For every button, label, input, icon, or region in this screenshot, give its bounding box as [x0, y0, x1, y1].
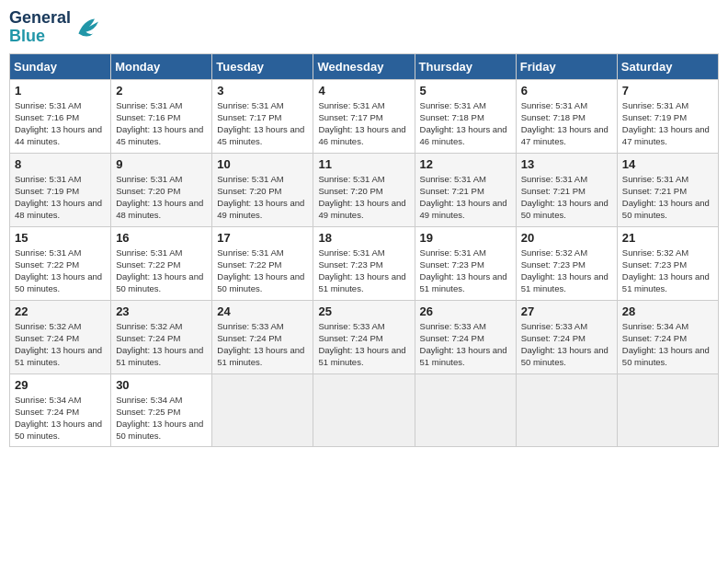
day-info: Sunrise: 5:31 AM Sunset: 7:20 PM Dayligh… [217, 173, 308, 222]
daylight-label: Daylight: 13 hours and 51 minutes. [15, 345, 102, 367]
day-number: 21 [622, 231, 713, 245]
calendar-week-row: 22 Sunrise: 5:32 AM Sunset: 7:24 PM Dayl… [10, 300, 719, 373]
day-info: Sunrise: 5:31 AM Sunset: 7:19 PM Dayligh… [622, 99, 713, 148]
daylight-label: Daylight: 13 hours and 51 minutes. [420, 271, 507, 293]
day-number: 30 [116, 378, 207, 392]
sunset-label: Sunset: 7:25 PM [116, 407, 180, 417]
daylight-label: Daylight: 13 hours and 47 minutes. [622, 124, 710, 146]
sunrise-label: Sunrise: 5:32 AM [15, 321, 81, 331]
day-number: 8 [15, 157, 106, 171]
sunrise-label: Sunrise: 5:31 AM [116, 174, 182, 184]
daylight-label: Daylight: 13 hours and 51 minutes. [622, 271, 710, 293]
column-header-saturday: Saturday [617, 53, 718, 79]
day-number: 26 [420, 304, 511, 318]
daylight-label: Daylight: 13 hours and 51 minutes. [116, 345, 203, 367]
sunset-label: Sunset: 7:21 PM [420, 186, 484, 196]
column-header-thursday: Thursday [415, 53, 516, 79]
sunset-label: Sunset: 7:24 PM [622, 333, 687, 343]
sunset-label: Sunset: 7:21 PM [521, 186, 586, 196]
day-info: Sunrise: 5:31 AM Sunset: 7:20 PM Dayligh… [318, 173, 409, 222]
calendar-cell: 11 Sunrise: 5:31 AM Sunset: 7:20 PM Dayl… [313, 153, 415, 226]
day-info: Sunrise: 5:31 AM Sunset: 7:18 PM Dayligh… [521, 99, 612, 148]
day-info: Sunrise: 5:31 AM Sunset: 7:21 PM Dayligh… [622, 173, 713, 222]
column-header-sunday: Sunday [10, 53, 111, 79]
daylight-label: Daylight: 13 hours and 51 minutes. [217, 345, 304, 367]
calendar-cell: 22 Sunrise: 5:32 AM Sunset: 7:24 PM Dayl… [10, 300, 111, 373]
sunset-label: Sunset: 7:21 PM [622, 186, 687, 196]
day-info: Sunrise: 5:31 AM Sunset: 7:17 PM Dayligh… [318, 99, 409, 148]
sunset-label: Sunset: 7:17 PM [217, 112, 281, 122]
sunrise-label: Sunrise: 5:31 AM [15, 100, 81, 110]
logo-icon [73, 13, 102, 42]
daylight-label: Daylight: 13 hours and 51 minutes. [318, 345, 405, 367]
calendar-cell: 25 Sunrise: 5:33 AM Sunset: 7:24 PM Dayl… [313, 300, 415, 373]
daylight-label: Daylight: 13 hours and 47 minutes. [521, 124, 609, 146]
sunrise-label: Sunrise: 5:31 AM [318, 247, 384, 258]
sunrise-label: Sunrise: 5:33 AM [217, 321, 283, 331]
daylight-label: Daylight: 13 hours and 50 minutes. [15, 271, 102, 293]
calendar-cell: 12 Sunrise: 5:31 AM Sunset: 7:21 PM Dayl… [415, 153, 516, 226]
sunset-label: Sunset: 7:24 PM [15, 333, 79, 343]
day-number: 5 [420, 84, 511, 98]
day-number: 2 [116, 84, 207, 98]
calendar-cell: 28 Sunrise: 5:34 AM Sunset: 7:24 PM Dayl… [617, 300, 718, 373]
calendar-cell: 14 Sunrise: 5:31 AM Sunset: 7:21 PM Dayl… [617, 153, 718, 226]
sunrise-label: Sunrise: 5:34 AM [116, 395, 182, 405]
logo-text: GeneralBlue [9, 9, 71, 46]
calendar-cell: 16 Sunrise: 5:31 AM Sunset: 7:22 PM Dayl… [111, 226, 212, 300]
sunrise-label: Sunrise: 5:31 AM [116, 100, 182, 110]
sunset-label: Sunset: 7:20 PM [318, 186, 382, 196]
calendar-cell: 15 Sunrise: 5:31 AM Sunset: 7:22 PM Dayl… [10, 226, 111, 300]
calendar-cell: 26 Sunrise: 5:33 AM Sunset: 7:24 PM Dayl… [415, 300, 516, 373]
daylight-label: Daylight: 13 hours and 46 minutes. [420, 124, 507, 146]
daylight-label: Daylight: 13 hours and 50 minutes. [622, 345, 710, 367]
day-number: 10 [217, 157, 308, 171]
sunrise-label: Sunrise: 5:31 AM [521, 174, 587, 184]
day-info: Sunrise: 5:33 AM Sunset: 7:24 PM Dayligh… [217, 320, 308, 369]
calendar-cell [313, 373, 415, 446]
sunrise-label: Sunrise: 5:31 AM [420, 174, 486, 184]
day-number: 23 [116, 304, 207, 318]
calendar-cell: 27 Sunrise: 5:33 AM Sunset: 7:24 PM Dayl… [516, 300, 617, 373]
day-number: 7 [622, 84, 713, 98]
day-info: Sunrise: 5:31 AM Sunset: 7:16 PM Dayligh… [15, 99, 106, 148]
daylight-label: Daylight: 13 hours and 49 minutes. [217, 198, 304, 220]
sunset-label: Sunset: 7:17 PM [318, 112, 382, 122]
sunrise-label: Sunrise: 5:31 AM [622, 174, 688, 184]
calendar-body: 1 Sunrise: 5:31 AM Sunset: 7:16 PM Dayli… [10, 79, 719, 446]
day-info: Sunrise: 5:31 AM Sunset: 7:16 PM Dayligh… [116, 99, 207, 148]
calendar-cell [415, 373, 516, 446]
sunrise-label: Sunrise: 5:31 AM [420, 247, 486, 258]
daylight-label: Daylight: 13 hours and 51 minutes. [420, 345, 507, 367]
sunset-label: Sunset: 7:23 PM [521, 259, 586, 270]
calendar-week-row: 29 Sunrise: 5:34 AM Sunset: 7:24 PM Dayl… [10, 373, 719, 446]
logo: GeneralBlue [9, 9, 102, 46]
column-header-wednesday: Wednesday [313, 53, 415, 79]
calendar-cell: 9 Sunrise: 5:31 AM Sunset: 7:20 PM Dayli… [111, 153, 212, 226]
daylight-label: Daylight: 13 hours and 50 minutes. [521, 345, 609, 367]
sunset-label: Sunset: 7:22 PM [15, 259, 79, 270]
sunset-label: Sunset: 7:20 PM [116, 186, 180, 196]
calendar-week-row: 1 Sunrise: 5:31 AM Sunset: 7:16 PM Dayli… [10, 79, 719, 153]
day-number: 15 [15, 231, 106, 245]
calendar-cell: 24 Sunrise: 5:33 AM Sunset: 7:24 PM Dayl… [212, 300, 313, 373]
sunrise-label: Sunrise: 5:32 AM [622, 247, 688, 258]
sunrise-label: Sunrise: 5:32 AM [521, 247, 587, 258]
day-number: 16 [116, 231, 207, 245]
daylight-label: Daylight: 13 hours and 51 minutes. [521, 271, 609, 293]
day-number: 12 [420, 157, 511, 171]
sunset-label: Sunset: 7:19 PM [622, 112, 687, 122]
daylight-label: Daylight: 13 hours and 50 minutes. [622, 198, 710, 220]
day-number: 20 [521, 231, 612, 245]
sunrise-label: Sunrise: 5:33 AM [420, 321, 486, 331]
column-header-tuesday: Tuesday [212, 53, 313, 79]
sunrise-label: Sunrise: 5:31 AM [318, 100, 384, 110]
day-info: Sunrise: 5:32 AM Sunset: 7:23 PM Dayligh… [521, 247, 612, 295]
day-number: 11 [318, 157, 409, 171]
calendar-cell: 5 Sunrise: 5:31 AM Sunset: 7:18 PM Dayli… [415, 79, 516, 153]
daylight-label: Daylight: 13 hours and 46 minutes. [318, 124, 405, 146]
daylight-label: Daylight: 13 hours and 45 minutes. [217, 124, 304, 146]
sunset-label: Sunset: 7:24 PM [521, 333, 586, 343]
sunset-label: Sunset: 7:16 PM [15, 112, 79, 122]
calendar-cell [516, 373, 617, 446]
